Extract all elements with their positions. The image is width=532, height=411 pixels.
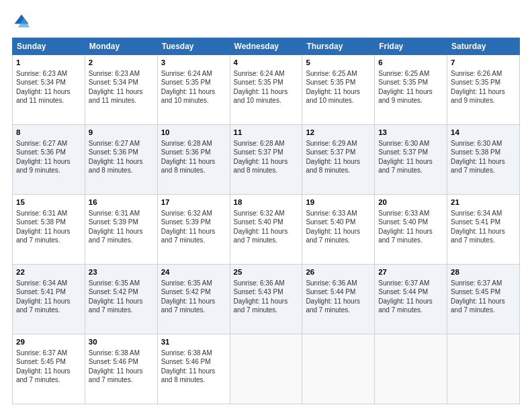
day-info: Sunrise: 6:37 AM Sunset: 5:45 PM Dayligh… [451,279,516,315]
day-number: 15 [16,197,81,208]
weekday-header-friday: Friday [375,38,447,55]
day-info: Sunrise: 6:30 AM Sunset: 5:38 PM Dayligh… [451,139,516,175]
calendar-week-4: 22 Sunrise: 6:34 AM Sunset: 5:41 PM Dayl… [13,265,520,334]
calendar-day-19: 19 Sunrise: 6:33 AM Sunset: 5:40 PM Dayl… [302,195,375,265]
day-info: Sunrise: 6:36 AM Sunset: 5:43 PM Dayligh… [234,279,299,315]
day-number: 14 [451,128,516,138]
calendar-day-2: 2 Sunrise: 6:23 AM Sunset: 5:34 PM Dayli… [85,55,157,125]
day-number: 21 [451,197,516,208]
weekday-header-row: SundayMondayTuesdayWednesdayThursdayFrid… [13,38,520,55]
day-info: Sunrise: 6:24 AM Sunset: 5:35 PM Dayligh… [161,69,226,105]
calendar-day-26: 26 Sunrise: 6:36 AM Sunset: 5:44 PM Dayl… [302,265,375,334]
calendar-day-11: 11 Sunrise: 6:28 AM Sunset: 5:37 PM Dayl… [230,125,302,195]
day-number: 13 [378,128,443,138]
calendar-day-17: 17 Sunrise: 6:32 AM Sunset: 5:39 PM Dayl… [157,195,230,265]
weekday-header-thursday: Thursday [302,38,375,55]
day-number: 20 [378,197,443,208]
calendar-week-1: 1 Sunrise: 6:23 AM Sunset: 5:34 PM Dayli… [13,55,520,125]
day-number: 17 [161,197,226,208]
weekday-header-monday: Monday [85,38,157,55]
day-info: Sunrise: 6:34 AM Sunset: 5:41 PM Dayligh… [451,209,516,245]
day-info: Sunrise: 6:34 AM Sunset: 5:41 PM Dayligh… [16,279,81,315]
empty-cell [302,334,375,404]
day-number: 26 [306,267,371,278]
weekday-header-sunday: Sunday [13,38,85,55]
day-info: Sunrise: 6:28 AM Sunset: 5:36 PM Dayligh… [161,139,226,175]
day-number: 28 [451,267,516,278]
calendar-day-22: 22 Sunrise: 6:34 AM Sunset: 5:41 PM Dayl… [13,265,85,334]
calendar-day-6: 6 Sunrise: 6:25 AM Sunset: 5:35 PM Dayli… [375,55,447,125]
calendar-day-13: 13 Sunrise: 6:30 AM Sunset: 5:37 PM Dayl… [375,125,447,195]
day-info: Sunrise: 6:23 AM Sunset: 5:34 PM Dayligh… [89,69,154,105]
day-number: 1 [16,58,81,68]
calendar-day-7: 7 Sunrise: 6:26 AM Sunset: 5:35 PM Dayli… [447,55,520,125]
day-info: Sunrise: 6:30 AM Sunset: 5:37 PM Dayligh… [378,139,443,175]
weekday-header-saturday: Saturday [447,38,520,55]
day-number: 22 [16,267,81,278]
calendar-day-31: 31 Sunrise: 6:38 AM Sunset: 5:46 PM Dayl… [157,334,230,404]
day-info: Sunrise: 6:33 AM Sunset: 5:40 PM Dayligh… [306,209,371,245]
day-number: 7 [451,58,516,68]
calendar-day-28: 28 Sunrise: 6:37 AM Sunset: 5:45 PM Dayl… [447,265,520,334]
weekday-header-wednesday: Wednesday [230,38,302,55]
day-info: Sunrise: 6:37 AM Sunset: 5:44 PM Dayligh… [378,279,443,315]
day-number: 29 [16,337,81,348]
calendar-week-3: 15 Sunrise: 6:31 AM Sunset: 5:38 PM Dayl… [13,195,520,265]
day-info: Sunrise: 6:27 AM Sunset: 5:36 PM Dayligh… [16,139,81,175]
calendar-day-23: 23 Sunrise: 6:35 AM Sunset: 5:42 PM Dayl… [85,265,157,334]
day-info: Sunrise: 6:25 AM Sunset: 5:35 PM Dayligh… [306,69,371,105]
calendar-day-15: 15 Sunrise: 6:31 AM Sunset: 5:38 PM Dayl… [13,195,85,265]
day-number: 24 [161,267,226,278]
empty-cell [375,334,447,404]
day-number: 31 [161,337,226,348]
day-number: 27 [378,267,443,278]
day-number: 23 [89,267,154,278]
calendar-day-1: 1 Sunrise: 6:23 AM Sunset: 5:34 PM Dayli… [13,55,85,125]
day-number: 2 [89,58,154,68]
calendar-day-16: 16 Sunrise: 6:31 AM Sunset: 5:39 PM Dayl… [85,195,157,265]
day-info: Sunrise: 6:38 AM Sunset: 5:46 PM Dayligh… [161,349,226,385]
header [12,12,520,31]
empty-cell [230,334,302,404]
day-info: Sunrise: 6:29 AM Sunset: 5:37 PM Dayligh… [306,139,371,175]
calendar-day-14: 14 Sunrise: 6:30 AM Sunset: 5:38 PM Dayl… [447,125,520,195]
day-number: 18 [234,197,299,208]
day-number: 5 [306,58,371,68]
calendar-day-29: 29 Sunrise: 6:37 AM Sunset: 5:45 PM Dayl… [13,334,85,404]
calendar-day-25: 25 Sunrise: 6:36 AM Sunset: 5:43 PM Dayl… [230,265,302,334]
page: SundayMondayTuesdayWednesdayThursdayFrid… [0,0,532,411]
day-number: 3 [161,58,226,68]
day-info: Sunrise: 6:33 AM Sunset: 5:40 PM Dayligh… [378,209,443,245]
calendar-table: SundayMondayTuesdayWednesdayThursdayFrid… [12,38,520,404]
day-number: 25 [234,267,299,278]
calendar-day-8: 8 Sunrise: 6:27 AM Sunset: 5:36 PM Dayli… [13,125,85,195]
empty-cell [447,334,520,404]
calendar-day-21: 21 Sunrise: 6:34 AM Sunset: 5:41 PM Dayl… [447,195,520,265]
calendar-day-12: 12 Sunrise: 6:29 AM Sunset: 5:37 PM Dayl… [302,125,375,195]
calendar-day-10: 10 Sunrise: 6:28 AM Sunset: 5:36 PM Dayl… [157,125,230,195]
day-info: Sunrise: 6:36 AM Sunset: 5:44 PM Dayligh… [306,279,371,315]
calendar-week-5: 29 Sunrise: 6:37 AM Sunset: 5:45 PM Dayl… [13,334,520,404]
calendar-day-9: 9 Sunrise: 6:27 AM Sunset: 5:36 PM Dayli… [85,125,157,195]
calendar-day-4: 4 Sunrise: 6:24 AM Sunset: 5:35 PM Dayli… [230,55,302,125]
calendar-week-2: 8 Sunrise: 6:27 AM Sunset: 5:36 PM Dayli… [13,125,520,195]
logo-icon [12,12,31,31]
day-info: Sunrise: 6:37 AM Sunset: 5:45 PM Dayligh… [16,349,81,385]
day-info: Sunrise: 6:32 AM Sunset: 5:39 PM Dayligh… [161,209,226,245]
weekday-header-tuesday: Tuesday [157,38,230,55]
day-number: 9 [89,128,154,138]
day-number: 4 [234,58,299,68]
calendar-day-5: 5 Sunrise: 6:25 AM Sunset: 5:35 PM Dayli… [302,55,375,125]
day-number: 30 [89,337,154,348]
calendar-day-24: 24 Sunrise: 6:35 AM Sunset: 5:42 PM Dayl… [157,265,230,334]
day-info: Sunrise: 6:23 AM Sunset: 5:34 PM Dayligh… [16,69,81,105]
day-info: Sunrise: 6:38 AM Sunset: 5:46 PM Dayligh… [89,349,154,385]
day-info: Sunrise: 6:35 AM Sunset: 5:42 PM Dayligh… [161,279,226,315]
calendar-day-3: 3 Sunrise: 6:24 AM Sunset: 5:35 PM Dayli… [157,55,230,125]
day-info: Sunrise: 6:31 AM Sunset: 5:38 PM Dayligh… [16,209,81,245]
day-info: Sunrise: 6:31 AM Sunset: 5:39 PM Dayligh… [89,209,154,245]
day-info: Sunrise: 6:28 AM Sunset: 5:37 PM Dayligh… [234,139,299,175]
day-number: 10 [161,128,226,138]
calendar-day-27: 27 Sunrise: 6:37 AM Sunset: 5:44 PM Dayl… [375,265,447,334]
day-info: Sunrise: 6:32 AM Sunset: 5:40 PM Dayligh… [234,209,299,245]
